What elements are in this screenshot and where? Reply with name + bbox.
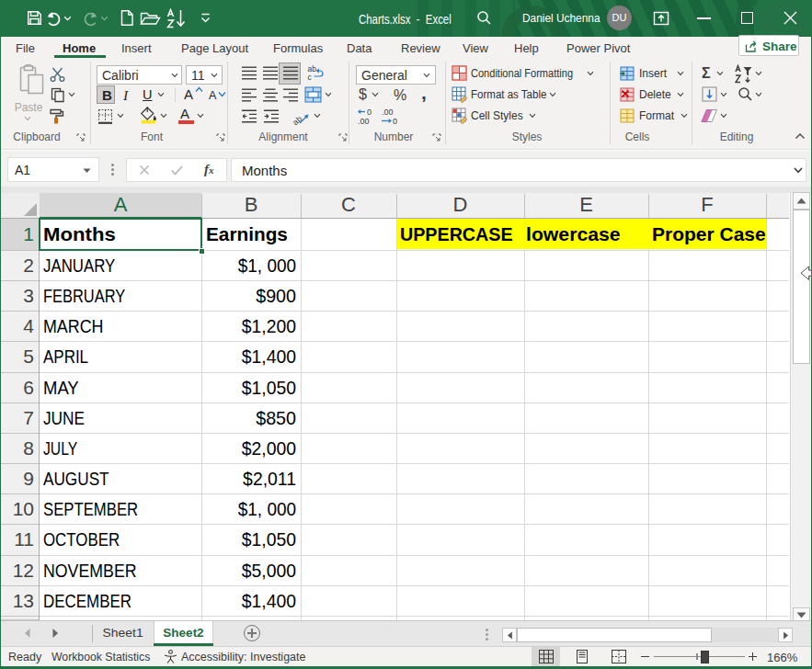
svg-text:ab: ab — [292, 114, 303, 126]
svg-text:.00: .00 — [382, 108, 394, 117]
svg-text:0: 0 — [393, 117, 397, 125]
svg-text:c: c — [308, 73, 313, 82]
svg-text:.00: .00 — [358, 117, 370, 125]
svg-text:0: 0 — [367, 108, 372, 117]
